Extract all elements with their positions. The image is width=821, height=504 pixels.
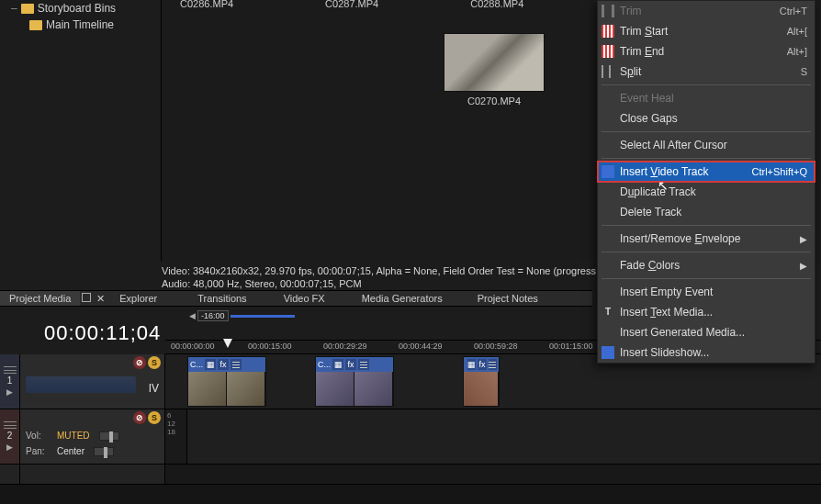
tree-item-main-timeline[interactable]: Main Timeline — [4, 17, 151, 33]
split-icon — [602, 65, 611, 78]
menu-shortcut: S — [801, 66, 807, 77]
thumb-label[interactable]: C0288.MP4 — [470, 0, 523, 9]
pan-value: Center — [57, 446, 84, 456]
menu-separator — [602, 131, 811, 132]
tree-item-storyboard-bins[interactable]: – Storyboard Bins — [4, 0, 151, 17]
fx-icon[interactable]: fx — [478, 359, 486, 370]
menu-item[interactable]: Select All After Cursor — [598, 135, 815, 155]
clip-header: C...▦fx — [188, 357, 265, 372]
track-fader[interactable] — [26, 376, 136, 393]
menu-item-label: Insert Slideshow... — [620, 346, 709, 359]
pan-label: Pan: — [26, 446, 48, 456]
menu-separator — [602, 225, 811, 226]
menu-item-label: Close Gaps — [620, 112, 678, 125]
tab-media-generators[interactable]: Media Generators — [353, 291, 452, 306]
rate-track[interactable] — [231, 315, 295, 318]
fx-icon[interactable]: fx — [345, 359, 356, 370]
tab-project-notes[interactable]: Project Notes — [468, 291, 547, 306]
menu-item-label: Insert Generated Media... — [620, 326, 745, 339]
menu-item[interactable]: Insert Slideshow... — [598, 342, 815, 363]
close-icon[interactable]: ✕ — [96, 293, 105, 305]
menu-item[interactable]: Trim StartAlt+[ — [598, 21, 815, 41]
video-clip[interactable]: C...▦fx — [187, 356, 266, 407]
menu-item-label: Trim End — [620, 45, 664, 58]
ruler-mark: 00:00:59:28 — [474, 342, 518, 351]
menu-item[interactable]: Close Gaps — [598, 108, 815, 129]
film-icon — [602, 165, 614, 178]
mute-icon[interactable]: ⊘ — [133, 356, 146, 369]
trim-icon — [602, 5, 614, 17]
timecode-display[interactable]: 00:00:11;04 — [44, 321, 161, 345]
menu-item[interactable]: Insert Generated Media... — [598, 322, 815, 342]
audio-timeline[interactable] — [187, 409, 821, 464]
clip-thumbnail — [227, 372, 265, 406]
solo-icon[interactable]: S — [148, 411, 161, 424]
menu-separator — [602, 278, 811, 279]
video-clip[interactable]: C...▦fx — [315, 356, 394, 407]
timeline-tracks: 1 ▶ ⊘ S IV C...▦fxC...▦fx▦fx 2 ▶ ⊘ S Vol… — [0, 354, 821, 485]
menu-item[interactable]: Insert Video TrackCtrl+Shift+Q — [598, 162, 815, 182]
rate-slider[interactable]: ◀ -16:00 — [189, 310, 295, 321]
tab-video-fx[interactable]: Video FX — [275, 291, 334, 306]
tab-project-media[interactable]: Project Media — [0, 291, 80, 306]
clip-thumbnail — [316, 372, 354, 406]
menu-item[interactable]: Fade Colors▶ — [598, 255, 815, 275]
menu-shortcut: Alt+[ — [787, 26, 807, 37]
menu-separator — [602, 252, 811, 252]
menu-shortcut: Ctrl+Shift+Q — [751, 166, 807, 177]
vol-knob[interactable] — [99, 431, 119, 441]
ruler-mark: 00:00:44:29 — [399, 342, 443, 351]
menu-item-label: Split — [620, 65, 641, 78]
video-track-header[interactable]: ⊘ S IV — [20, 354, 165, 409]
menu-item[interactable]: Insert Empty Event — [598, 282, 815, 302]
audio-track: 2 ▶ ⊘ S Vol: MUTED Pan: Center 6 12 18 — [0, 409, 821, 465]
clip-menu-icon[interactable] — [231, 359, 242, 370]
menu-shortcut: Ctrl+T — [780, 6, 807, 17]
solo-icon[interactable]: S — [148, 356, 161, 369]
track-index-col[interactable]: 2 ▶ — [0, 409, 20, 464]
record-icon[interactable]: ⊘ — [133, 411, 146, 424]
ruler-mark: 00:00:29:29 — [323, 342, 367, 351]
menu-separator — [602, 158, 811, 159]
project-tree: – Storyboard Bins Main Timeline — [4, 0, 151, 33]
playhead-icon[interactable] — [223, 339, 232, 348]
fx-icon[interactable]: fx — [218, 359, 229, 370]
spacer-timeline[interactable] — [165, 465, 821, 484]
ruler-mark: 00:00:15:00 — [248, 342, 292, 351]
thumb-label[interactable]: C0286.MP4 — [180, 0, 233, 9]
menu-item[interactable]: SplitS — [598, 62, 815, 82]
pan-crop-icon[interactable]: ▦ — [205, 359, 216, 370]
video-clip[interactable]: ▦fx — [463, 356, 500, 407]
menu-item-label: Event Heal — [620, 92, 674, 105]
track-number: 2 — [7, 431, 13, 441]
clip-menu-icon[interactable] — [489, 359, 497, 370]
chevron-right-icon: ▶ — [6, 442, 13, 452]
pan-knob[interactable] — [94, 447, 114, 456]
clip-menu-icon[interactable] — [358, 359, 369, 370]
folder-icon — [29, 20, 42, 30]
menu-item[interactable]: Trim EndAlt+] — [598, 41, 815, 62]
thumb-label[interactable]: C0287.MP4 — [325, 0, 378, 9]
menu-item-label: Delete Track — [620, 206, 681, 218]
tab-transitions[interactable]: Transitions — [188, 291, 255, 306]
vol-value: MUTED — [57, 431, 90, 441]
clip-label: C... — [318, 360, 331, 369]
menu-item-label: Trim — [620, 5, 642, 17]
menu-item[interactable]: Delete Track — [598, 202, 815, 222]
tab-explorer[interactable]: Explorer — [110, 291, 166, 306]
clip-header: C...▦fx — [316, 357, 393, 372]
panel-tabs: Project Media ✕ Explorer Transitions Vid… — [0, 290, 592, 307]
audio-track-header[interactable]: ⊘ S Vol: MUTED Pan: Center — [20, 409, 165, 464]
pan-crop-icon[interactable]: ▦ — [332, 359, 343, 370]
menu-item-label: Fade Colors — [620, 259, 680, 272]
rate-value: -16:00 — [197, 310, 229, 321]
dock-icon[interactable] — [82, 293, 91, 302]
menu-item[interactable]: Insert/Remove Envelope▶ — [598, 229, 815, 249]
menu-item[interactable]: TInsert Text Media... — [598, 302, 815, 322]
menu-item[interactable]: Duplicate Track — [598, 182, 815, 202]
menu-item-label: Insert/Remove Envelope — [620, 232, 740, 245]
audio-meter: 6 12 18 — [165, 409, 187, 464]
track-index-col[interactable]: 1 ▶ — [0, 354, 20, 409]
spacer-track — [0, 465, 821, 485]
pan-crop-icon[interactable]: ▦ — [467, 359, 476, 370]
